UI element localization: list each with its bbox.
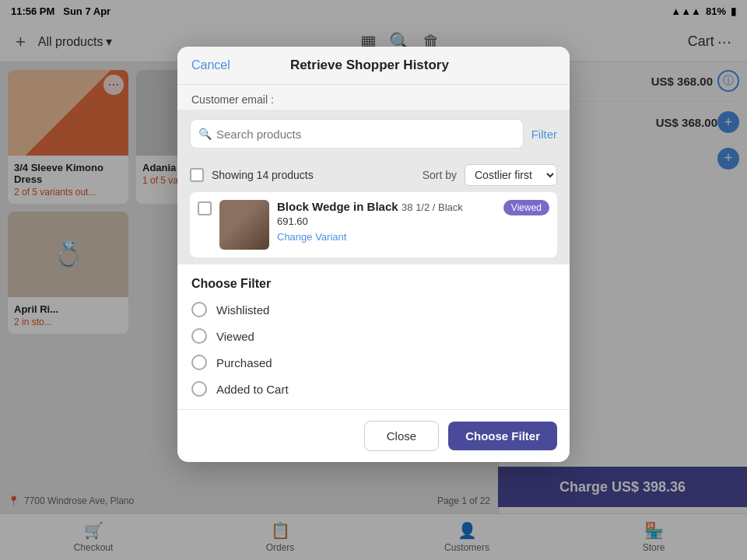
modal-title: Retrieve Shopper History [290, 58, 449, 73]
filter-option-label: Added to Cart [216, 383, 289, 396]
filter-option-label: Wishlisted [216, 303, 269, 317]
change-variant-link[interactable]: Change Variant [277, 231, 496, 243]
radio-viewed[interactable] [191, 328, 207, 344]
item-checkbox[interactable] [198, 201, 212, 215]
filter-title: Choose Filter [191, 277, 556, 291]
radio-wishlisted[interactable] [191, 302, 207, 317]
item-image [219, 200, 269, 250]
list-item: Block Wedge in Black 38 1/2 / Black 691.… [190, 192, 557, 257]
filter-option-wishlisted[interactable]: Wishlisted [191, 302, 556, 317]
showing-text: Showing 14 products [212, 169, 415, 181]
item-variant: 38 1/2 / Black [402, 201, 463, 213]
search-input-wrap: 🔍 [190, 119, 524, 149]
close-button[interactable]: Close [364, 421, 439, 451]
item-name: Block Wedge in Black [277, 200, 398, 213]
radio-purchased[interactable] [191, 355, 207, 370]
modal-products: Showing 14 products Sort by Costlier fir… [177, 158, 570, 264]
choose-filter-button[interactable]: Choose Filter [448, 422, 557, 450]
search-icon: 🔍 [198, 128, 212, 140]
filter-button[interactable]: Filter [531, 128, 557, 141]
filter-option-label: Viewed [216, 330, 254, 343]
customer-email-label: Customer email : [191, 93, 274, 106]
modal-search-area: 🔍 Filter [177, 110, 570, 158]
filter-option-purchased[interactable]: Purchased [191, 355, 556, 370]
search-input[interactable] [216, 128, 515, 141]
modal-footer: Close Choose Filter [177, 409, 570, 462]
filter-section: Choose Filter Wishlisted Viewed Purchase… [177, 264, 570, 409]
filter-option-viewed[interactable]: Viewed [191, 328, 556, 344]
filter-option-added-to-cart[interactable]: Added to Cart [191, 381, 556, 397]
sort-select[interactable]: Costlier first Cheaper first A-Z Z-A [465, 164, 557, 186]
cancel-button[interactable]: Cancel [191, 58, 230, 72]
filter-option-label: Purchased [216, 356, 272, 369]
retrieve-shopper-modal: Cancel Retrieve Shopper History Customer… [177, 47, 570, 462]
viewed-badge: Viewed [503, 200, 549, 215]
sort-label: Sort by [423, 169, 457, 181]
item-price: 691.60 [277, 215, 308, 227]
filter-options: Wishlisted Viewed Purchased Added to Car… [191, 302, 556, 397]
modal-header: Cancel Retrieve Shopper History [177, 47, 570, 85]
radio-added-to-cart[interactable] [191, 381, 207, 397]
select-all-checkbox[interactable] [190, 168, 204, 182]
